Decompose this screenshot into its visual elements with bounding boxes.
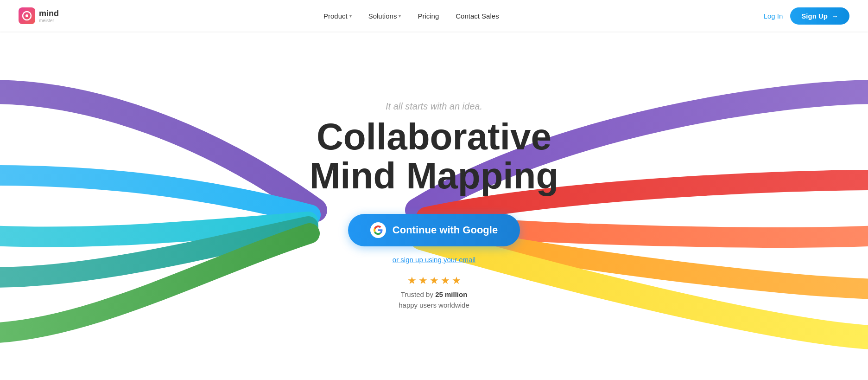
- chevron-down-icon: ▾: [399, 13, 401, 19]
- logo-subtext: meister: [39, 19, 59, 23]
- star-2: ★: [418, 275, 428, 287]
- nav-solutions[interactable]: Solutions ▾: [368, 12, 401, 20]
- logo-icon: [19, 7, 35, 24]
- nav-contact-sales[interactable]: Contact Sales: [456, 12, 499, 20]
- hero-section: It all starts with an idea. Collaborativ…: [0, 32, 868, 380]
- stars-row: ★ ★ ★ ★ ★: [407, 275, 461, 287]
- trust-text: Trusted by 25 million happy users worldw…: [399, 290, 469, 310]
- nav-pricing[interactable]: Pricing: [418, 12, 439, 20]
- hero-title: Collaborative Mind Mapping: [310, 117, 559, 195]
- star-3: ★: [430, 275, 439, 287]
- star-4: ★: [441, 275, 450, 287]
- nav-product[interactable]: Product ▾: [323, 12, 352, 20]
- star-1: ★: [407, 275, 417, 287]
- login-button[interactable]: Log In: [764, 12, 783, 20]
- logo[interactable]: mind meister: [19, 7, 59, 24]
- hero-tagline: It all starts with an idea.: [386, 101, 482, 112]
- chevron-down-icon: ▾: [349, 13, 352, 19]
- nav-links: Product ▾ Solutions ▾ Pricing Contact Sa…: [323, 12, 499, 20]
- navbar: mind meister Product ▾ Solutions ▾ Prici…: [0, 0, 868, 32]
- nav-actions: Log In Sign Up →: [764, 7, 849, 25]
- google-icon: [370, 222, 386, 238]
- google-signin-button[interactable]: Continue with Google: [348, 214, 520, 246]
- signup-button[interactable]: Sign Up →: [790, 7, 849, 25]
- hero-content: It all starts with an idea. Collaborativ…: [310, 101, 559, 310]
- email-signup-link[interactable]: or sign up using your email: [393, 256, 475, 264]
- star-5: ★: [452, 275, 461, 287]
- svg-point-1: [25, 14, 28, 17]
- arrow-right-icon: →: [831, 12, 838, 20]
- logo-text: mind: [39, 9, 59, 18]
